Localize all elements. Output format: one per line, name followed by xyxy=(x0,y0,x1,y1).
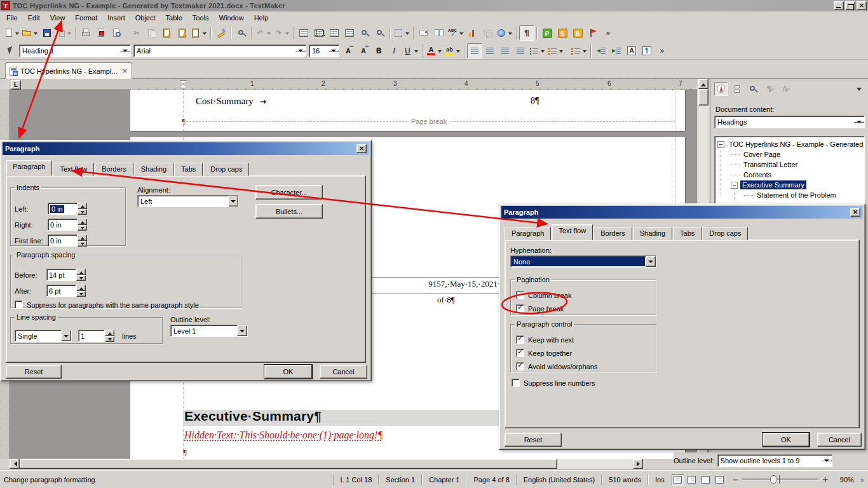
restore-button[interactable] xyxy=(845,1,855,10)
zoom-out-icon[interactable]: − xyxy=(732,476,738,484)
ok-button[interactable]: OK xyxy=(763,433,810,447)
pagination-page-break-checkbox[interactable]: ✓ xyxy=(516,304,524,313)
pagination-column-break-checkbox[interactable] xyxy=(516,291,524,299)
page-view-button[interactable] xyxy=(327,25,342,41)
insert-text-frame-dropdown-icon[interactable] xyxy=(404,28,410,38)
before-stepper[interactable] xyxy=(76,269,86,281)
tree-item-cover-page[interactable]: Cover Page xyxy=(715,149,864,159)
dialog-close-icon[interactable]: × xyxy=(356,144,367,153)
control-keep-with-next-checkbox[interactable]: ✓ xyxy=(516,336,524,344)
multilevel-list-dropdown-icon[interactable] xyxy=(581,46,588,56)
scroll-left-icon[interactable] xyxy=(10,459,20,469)
page-layout-view-button[interactable] xyxy=(672,474,684,485)
control-avoid-widows-orphans-checkbox[interactable]: ✓ xyxy=(516,362,524,370)
italic-button[interactable]: I xyxy=(386,43,402,58)
underline-dropdown-icon[interactable] xyxy=(413,46,419,56)
paragraph-dialog-button[interactable]: ¶ xyxy=(639,43,654,58)
chevron-down-icon[interactable] xyxy=(855,85,863,93)
zoom-slider[interactable]: − + xyxy=(732,476,829,484)
highlight-dropdown-icon[interactable] xyxy=(455,46,461,56)
pagination-page-break-row[interactable]: ✓Page break xyxy=(516,304,661,313)
tree-item-statement-of-the-problem[interactable]: Statement of the Problem xyxy=(715,190,864,200)
font-name-select[interactable]: Arial xyxy=(133,44,306,57)
ok-button[interactable]: OK xyxy=(264,365,312,379)
left-dialog-tab-borders[interactable]: Borders xyxy=(95,163,133,176)
zoom-level[interactable]: 90% xyxy=(834,476,860,484)
left-dialog-tab-drop-caps[interactable]: Drop caps xyxy=(203,163,249,176)
open-button[interactable] xyxy=(21,25,39,41)
zoom-slider-thumb[interactable] xyxy=(770,475,777,484)
decrease-indent-button[interactable] xyxy=(593,43,609,58)
outline-view-button[interactable] xyxy=(714,474,726,485)
font-color-dropdown-icon[interactable] xyxy=(437,46,443,56)
numbered-list-button[interactable] xyxy=(546,43,565,58)
font-size-select[interactable]: 16 xyxy=(309,44,339,57)
line-spacing-stepper[interactable] xyxy=(105,330,114,342)
menu-help[interactable]: Help xyxy=(249,12,274,24)
basicmaker-button[interactable]: B xyxy=(570,25,585,41)
character-button[interactable]: Character... xyxy=(255,185,323,200)
tab-type-selector[interactable]: L xyxy=(11,80,21,90)
left-dialog-tab-tabs[interactable]: Tabs xyxy=(174,163,203,176)
dropdown-arrow-icon[interactable] xyxy=(228,196,238,207)
after-field[interactable]: 6 pt xyxy=(46,285,76,297)
minimize-button[interactable] xyxy=(834,1,844,10)
open-dropdown-icon[interactable] xyxy=(32,28,39,38)
first-line-field[interactable]: 0 in xyxy=(48,234,78,247)
right-dialog-tab-tabs[interactable]: Tabs xyxy=(673,227,702,240)
paste-unformatted-button[interactable]: A xyxy=(175,25,190,41)
presentations-button[interactable]: S xyxy=(555,25,570,41)
scroll-up-icon[interactable] xyxy=(698,79,709,89)
dialog-title-bar[interactable]: Paragraph × xyxy=(3,142,369,155)
spellcheck-button[interactable] xyxy=(447,25,465,41)
toolbar-overflow-button[interactable]: » xyxy=(600,25,616,41)
dropdown-arrow-icon[interactable] xyxy=(854,121,864,123)
new-document-button[interactable] xyxy=(3,25,21,41)
align-center-button[interactable] xyxy=(482,43,498,58)
menu-window[interactable]: Window xyxy=(214,12,249,24)
numbered-list-dropdown-icon[interactable] xyxy=(558,46,564,56)
increase-indent-button[interactable] xyxy=(609,43,624,58)
dialog-title-bar[interactable]: Paragraph × xyxy=(501,206,863,219)
statusbar-overflow[interactable]: » xyxy=(860,476,864,484)
before-field[interactable]: 14 pt xyxy=(46,269,76,281)
outline-level-select[interactable]: Level 1 xyxy=(170,325,248,337)
dropdown-arrow-icon[interactable] xyxy=(295,50,306,51)
tree-item-transmittal-letter[interactable]: Transmittal Letter xyxy=(715,159,864,170)
menu-file[interactable]: File xyxy=(1,12,23,24)
dropdown-arrow-icon[interactable] xyxy=(120,50,130,51)
right-indent-stepper[interactable] xyxy=(78,219,87,231)
actual-size-button[interactable]: 1:1 xyxy=(311,25,327,41)
scroll-right-icon[interactable] xyxy=(633,459,643,469)
right-dialog-tab-paragraph[interactable]: Paragraph xyxy=(505,227,551,240)
tree-item-contents[interactable]: Contents xyxy=(715,170,864,180)
object-mode-button[interactable] xyxy=(3,43,18,58)
highlight-button[interactable]: ab xyxy=(444,43,462,58)
menu-insert[interactable]: Insert xyxy=(102,12,130,24)
dropdown-arrow-icon[interactable] xyxy=(822,460,832,461)
fullscreen-view-button[interactable] xyxy=(700,474,712,485)
underline-button[interactable]: U xyxy=(402,43,420,58)
dialog-close-icon[interactable]: × xyxy=(850,208,860,217)
multilevel-list-button[interactable] xyxy=(570,43,588,58)
content-type-select[interactable]: Headings xyxy=(714,116,865,128)
menu-view[interactable]: View xyxy=(45,12,71,24)
dropdown-arrow-icon[interactable] xyxy=(329,50,339,51)
tree-item-executive-summary[interactable]: Executive Summary xyxy=(715,180,864,190)
right-dialog-tab-borders[interactable]: Borders xyxy=(593,227,632,240)
reset-button[interactable]: Reset xyxy=(6,365,62,379)
control-keep-with-next-row[interactable]: ✓Keep with next xyxy=(516,336,661,344)
horizontal-scrollbar[interactable] xyxy=(10,459,643,469)
left-dialog-tab-paragraph[interactable]: Paragraph xyxy=(6,160,52,176)
font-color-button[interactable]: A xyxy=(425,43,444,58)
thumbnails-button[interactable] xyxy=(730,82,744,96)
insert-mode-indicator[interactable]: Ins xyxy=(649,476,671,484)
vertical-scroll-thumb[interactable] xyxy=(698,89,709,105)
planmaker-button[interactable]: P xyxy=(539,25,555,41)
line-spacing-select[interactable]: Single xyxy=(15,330,72,342)
pagination-column-break-row[interactable]: Column break xyxy=(516,291,661,299)
horizontal-ruler[interactable]: L 1234567 xyxy=(10,79,697,90)
dropdown-arrow-icon[interactable] xyxy=(61,330,71,341)
suppress-spacing-row[interactable]: Suppress for paragraphs with the same pa… xyxy=(15,301,199,309)
new-document-dropdown-icon[interactable] xyxy=(14,28,20,38)
